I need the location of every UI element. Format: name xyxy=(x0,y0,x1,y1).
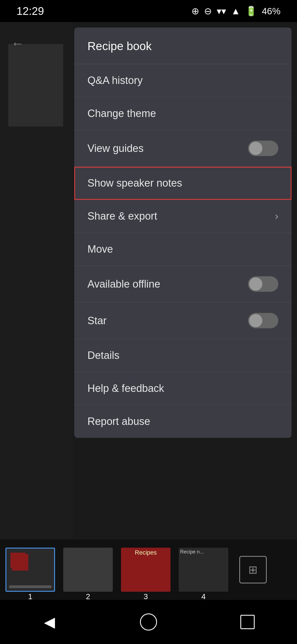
menu-item-label-view-guides: View guides xyxy=(87,143,144,154)
menu-item-view-guides[interactable]: View guides xyxy=(74,130,292,167)
menu-item-label-star: Star xyxy=(87,315,107,327)
thumbnail-strip: 1 2 Recipes 3 Recipe n... 4 ⊞ xyxy=(0,539,297,600)
menu-item-change-theme[interactable]: Change theme xyxy=(74,97,292,130)
dnd-icon: ⊖ xyxy=(204,6,212,17)
menu-item-show-speaker-notes[interactable]: Show speaker notes xyxy=(74,167,292,200)
nav-recent-icon xyxy=(240,615,255,629)
thumbnail-1[interactable] xyxy=(6,548,55,592)
nav-back-button[interactable]: ◀ xyxy=(38,611,61,633)
menu-item-label-share-export: Share & export xyxy=(87,210,157,222)
signal-icon: ▲ xyxy=(231,6,240,17)
slide-area xyxy=(0,22,73,539)
status-time: 12:29 xyxy=(16,5,44,17)
menu-item-label-qa-history: Q&A history xyxy=(87,75,143,86)
menu-title: Recipe book xyxy=(87,40,152,53)
alarm-icon: ⊕ xyxy=(191,6,199,17)
menu-item-details[interactable]: Details xyxy=(74,339,292,372)
menu-item-share-export[interactable]: Share & export › xyxy=(74,200,292,233)
back-button[interactable]: ← xyxy=(11,36,24,51)
battery-percentage: 46% xyxy=(262,6,280,17)
thumbnail-3[interactable]: Recipes xyxy=(121,548,170,592)
toggle-knob xyxy=(249,142,262,155)
toggle-knob-offline xyxy=(249,277,262,291)
menu-header: Recipe book xyxy=(74,28,292,64)
nav-back-icon: ◀ xyxy=(44,614,55,630)
menu-item-move[interactable]: Move xyxy=(74,233,292,266)
menu-item-qa-history[interactable]: Q&A history xyxy=(74,64,292,97)
toggle-knob-star xyxy=(249,314,262,327)
dropdown-menu: Recipe book Q&A history Change theme Vie… xyxy=(74,28,292,438)
wifi-icon: ▾▾ xyxy=(217,6,226,17)
add-slide-button[interactable]: ⊞ xyxy=(239,556,267,583)
status-icons: ⊕ ⊖ ▾▾ ▲ 🔋 46% xyxy=(191,6,280,17)
thumbnail-2[interactable] xyxy=(63,548,113,592)
menu-item-label-details: Details xyxy=(87,350,119,361)
view-guides-toggle[interactable] xyxy=(248,141,278,156)
nav-bar: ◀ xyxy=(0,600,297,644)
menu-item-report-abuse[interactable]: Report abuse xyxy=(74,405,292,438)
star-toggle[interactable] xyxy=(248,313,278,328)
nav-home-icon xyxy=(140,613,157,631)
menu-item-label-help-feedback: Help & feedback xyxy=(87,383,164,394)
chevron-right-icon: › xyxy=(275,211,278,222)
battery-icon: 🔋 xyxy=(245,6,257,17)
slide-preview xyxy=(8,44,63,127)
menu-item-label-report-abuse: Report abuse xyxy=(87,416,150,427)
menu-item-help-feedback[interactable]: Help & feedback xyxy=(74,372,292,405)
menu-item-star[interactable]: Star xyxy=(74,302,292,339)
nav-home-button[interactable] xyxy=(138,611,160,633)
menu-item-available-offline[interactable]: Available offline xyxy=(74,266,292,302)
add-slide-icon: ⊞ xyxy=(248,563,258,576)
available-offline-toggle[interactable] xyxy=(248,276,278,292)
menu-item-label-show-speaker-notes: Show speaker notes xyxy=(87,177,182,189)
status-bar: 12:29 ⊕ ⊖ ▾▾ ▲ 🔋 46% xyxy=(0,0,297,22)
thumbnail-4[interactable]: Recipe n... xyxy=(179,548,228,592)
menu-item-label-available-offline: Available offline xyxy=(87,278,160,290)
menu-item-label-move: Move xyxy=(87,243,113,255)
nav-recent-button[interactable] xyxy=(237,611,258,633)
menu-item-label-change-theme: Change theme xyxy=(87,108,156,119)
